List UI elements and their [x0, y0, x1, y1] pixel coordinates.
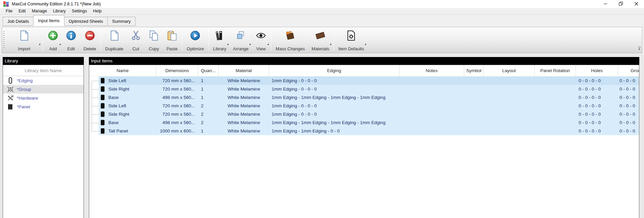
row-main: Side Right720 mm x 560...1White Melamine… — [99, 85, 639, 93]
cell-grooving: 0 - 0 - 0 — [618, 102, 639, 110]
cell-panel_rotation — [535, 85, 576, 93]
column-header-panel-rotation[interactable]: Panel Rotation — [535, 65, 576, 76]
cell-holes: 0 - 0 - 0 - 0 — [576, 93, 618, 102]
column-header-quan[interactable]: Quan... — [198, 65, 219, 76]
tree-lines — [89, 102, 99, 110]
materials-icon — [315, 29, 325, 43]
delete-icon — [85, 29, 95, 43]
toolbar-button-duplicate[interactable]: Duplicate — [102, 27, 127, 53]
dropdown-caret-icon[interactable]: ▼ — [39, 43, 41, 46]
tab-input-items[interactable]: Input Items — [33, 15, 64, 26]
row-main: Base498 mm x 560...1White Melamine1mm Ed… — [99, 93, 639, 102]
menubar: FileEditManageLibrarySettingsHelp — [0, 8, 644, 14]
toolbar-button-import[interactable]: ▼Import — [7, 27, 42, 53]
dropdown-caret-icon[interactable]: ▼ — [364, 43, 367, 46]
column-header-grooving[interactable]: Grooving — [618, 65, 639, 76]
cell-notes — [399, 127, 464, 135]
menu-item-settings[interactable]: Settings — [69, 8, 90, 14]
menu-item-edit[interactable]: Edit — [15, 8, 29, 14]
app-logo-icon — [3, 1, 9, 7]
library-column-header[interactable]: Library Item Name — [3, 65, 84, 76]
table-row[interactable]: Base498 mm x 560...2White Melamine1mm Ed… — [89, 118, 639, 127]
toolbar-button-delete[interactable]: Delete — [80, 27, 100, 53]
cell-holes: 0 - 0 - 0 - 0 — [576, 110, 618, 118]
table-row[interactable]: Side Right720 mm x 560...2White Melamine… — [89, 110, 639, 118]
toolbar-button-materials[interactable]: ▼Materials — [308, 27, 333, 53]
dropdown-caret-icon[interactable]: ▼ — [227, 43, 229, 46]
cell-edging: 1mm Edging - 0 - 0 - 0 — [269, 85, 399, 93]
menu-item-manage[interactable]: Manage — [29, 8, 50, 14]
table-row[interactable]: Side Right720 mm x 560...1White Melamine… — [89, 85, 639, 93]
table-row[interactable]: Base498 mm x 560...1White Melamine1mm Ed… — [89, 93, 639, 102]
cell-layout — [484, 127, 535, 135]
dropdown-caret-icon[interactable]: ▼ — [330, 43, 332, 46]
cell-dimensions: 1000 mm x 600... — [156, 127, 198, 135]
cell-quantity: 2 — [198, 102, 219, 110]
view-icon — [256, 29, 266, 43]
toolbar-button-edit[interactable]: Edit — [62, 27, 80, 53]
library-panel-body: Library Item Name *Edging*Group*Hardware… — [3, 65, 84, 218]
cell-panel_rotation — [535, 76, 576, 85]
cut-icon — [131, 29, 140, 43]
column-header-holes[interactable]: Holes — [576, 65, 618, 76]
menu-item-library[interactable]: Library — [50, 8, 69, 14]
library-item-group[interactable]: *Group — [3, 85, 84, 94]
toolbar-button-cut[interactable]: Cut — [127, 27, 145, 53]
column-header-material[interactable]: Material — [219, 65, 269, 76]
toolbar: ▼Import▼AddEditDeleteDuplicateCutCopyPas… — [2, 27, 642, 53]
column-header-layout[interactable]: Layout — [484, 65, 535, 76]
cell-dimensions: 720 mm x 560... — [156, 85, 198, 93]
cell-grooving: 0 - 0 - 0 — [618, 110, 639, 118]
cell-dimensions: 498 mm x 560... — [156, 118, 198, 127]
toolbar-separator — [271, 29, 271, 51]
toolbar-button-view[interactable]: ▼View — [252, 27, 270, 53]
column-header-edging[interactable]: Edging — [269, 65, 399, 76]
cell-grooving: 0 - 0 - 0 — [618, 118, 639, 127]
menu-item-file[interactable]: File — [3, 8, 15, 14]
close-button[interactable] — [629, 0, 644, 8]
cell-symbol — [464, 102, 484, 110]
add-icon — [48, 29, 58, 43]
dropdown-caret-icon[interactable]: ▼ — [267, 43, 269, 46]
toolbar-button-label: Paste — [166, 46, 177, 51]
hardware-icon — [7, 95, 14, 102]
column-header-symbol[interactable]: Symbol — [464, 65, 484, 76]
tree-lines — [89, 76, 99, 85]
table-row[interactable]: Side Left720 mm x 560...1White Melamine1… — [89, 76, 639, 85]
library-item-hardware[interactable]: *Hardware — [3, 94, 84, 102]
table-row[interactable]: Side Left720 mm x 560...2White Melamine1… — [89, 102, 639, 110]
menu-item-help[interactable]: Help — [90, 8, 105, 14]
toolbar-grip-handle[interactable] — [3, 31, 4, 49]
toolbar-button-label: Library — [213, 46, 226, 51]
toolbar-button-optimize[interactable]: Optimize — [183, 27, 207, 53]
library-panel-header: Library — [3, 57, 84, 65]
tab-optimized-sheets[interactable]: Optimized Sheets — [64, 17, 108, 26]
toolbar-button-mass-changes[interactable]: Mass Changes — [272, 27, 308, 53]
library-item-edging[interactable]: *Edging — [3, 76, 84, 85]
toolbar-button-add[interactable]: ▼Add — [44, 27, 62, 53]
cell-edging: 1mm Edging - 1mm Edging - 1mm Edging - 1… — [269, 93, 399, 102]
cell-material: White Melamine — [219, 127, 269, 135]
column-header-dimensions[interactable]: Dimensions — [156, 65, 198, 76]
column-header-notes[interactable]: Notes — [399, 65, 464, 76]
input-items-panel-body: NameDimensionsQuan...MaterialEdgingNotes… — [89, 65, 639, 218]
minimize-button[interactable] — [598, 0, 613, 8]
cell-symbol — [464, 127, 484, 135]
table-row[interactable]: Tall Panel1000 mm x 600...1White Melamin… — [89, 127, 639, 135]
library-item-label: *Panel — [17, 104, 30, 109]
dropdown-caret-icon[interactable]: ▼ — [59, 43, 61, 46]
column-header-name[interactable]: Name — [89, 65, 156, 76]
toolbar-button-copy[interactable]: Copy — [145, 27, 163, 53]
restore-button[interactable] — [613, 0, 629, 8]
toolbar-button-paste[interactable]: Paste — [163, 27, 181, 53]
tab-job-details[interactable]: Job Details — [3, 17, 34, 26]
dropdown-caret-icon[interactable]: ▼ — [249, 43, 251, 46]
toolbar-button-library[interactable]: ▼Library — [210, 27, 230, 53]
cell-name: Side Right — [107, 110, 156, 118]
toolbar-button-arrange[interactable]: ▼Arrange — [230, 27, 252, 53]
toolbar-overflow-button[interactable]: ▼ — [637, 47, 641, 50]
tab-summary[interactable]: Summary — [107, 17, 136, 26]
library-item-panel[interactable]: *Panel — [3, 102, 84, 111]
toolbar-button-item-defaults[interactable]: ▼Item Defaults — [335, 27, 368, 53]
cell-panel_rotation — [535, 93, 576, 102]
